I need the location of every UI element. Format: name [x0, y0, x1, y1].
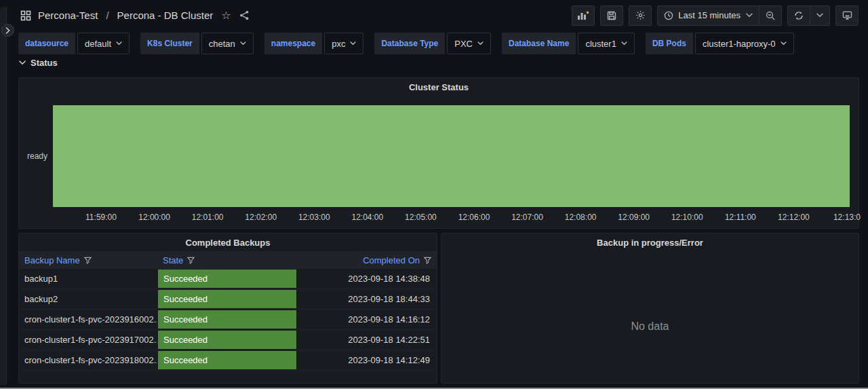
star-icon: ☆ — [221, 10, 231, 21]
share-button[interactable] — [239, 10, 250, 20]
no-data-message: No data — [441, 320, 859, 333]
variable-pill: Database Type PXC — [374, 33, 491, 54]
clock-icon — [664, 11, 673, 20]
y-axis-category-label: ready — [27, 151, 47, 161]
chevron-down-icon — [477, 41, 484, 45]
status-badge-succeeded: Succeeded — [158, 331, 296, 349]
cell-completed-on: 2023-09-18 14:12:49 — [297, 350, 437, 370]
sidebar-expand-toggle[interactable] — [1, 24, 14, 37]
variable-value-dropdown[interactable]: cluster1 — [578, 33, 635, 54]
breadcrumb-dashboard-title[interactable]: Percona - DB Cluster — [117, 10, 214, 21]
panel-title-backup-in-progress[interactable]: Backup in progress/Error — [441, 234, 859, 251]
monitor-icon — [842, 11, 852, 20]
cell-backup-name: cron-cluster1-fs-pvc-2023917002... — [19, 330, 157, 350]
x-axis-tick: 12:02:00 — [245, 212, 277, 222]
variable-value-dropdown[interactable]: default — [77, 33, 130, 54]
cluster-status-panel: Cluster Status ready 11:59:0012:00:0012:… — [18, 77, 859, 229]
table-row: backup2 Succeeded 2023-09-18 18:44:33 — [19, 289, 437, 310]
cell-backup-name: backup1 — [19, 269, 157, 289]
refresh-dashboard-button[interactable] — [787, 5, 810, 26]
table-header-row: Backup Name State Completed On — [19, 251, 437, 269]
variable-value-text: default — [85, 39, 111, 49]
chevron-down-icon — [240, 41, 246, 45]
filter-icon[interactable] — [187, 257, 195, 264]
variable-value-dropdown[interactable]: PXC — [447, 33, 491, 54]
x-axis-tick: 12:09:00 — [618, 212, 650, 222]
chevron-down-icon — [816, 13, 823, 18]
variable-value-dropdown[interactable]: pxc — [324, 33, 363, 54]
chevron-down-icon — [746, 13, 753, 18]
column-header-label: State — [163, 255, 183, 265]
filter-icon[interactable] — [424, 257, 431, 264]
left-dock-strip — [0, 7, 7, 385]
section-title: Status — [31, 58, 58, 68]
variable-value-text: chetan — [209, 39, 235, 49]
chevron-down-icon — [350, 41, 356, 45]
x-axis-tick: 12:05:00 — [405, 212, 437, 222]
filter-icon[interactable] — [84, 257, 92, 264]
zoom-out-icon — [766, 11, 775, 20]
add-panel-button[interactable] — [572, 5, 595, 26]
variable-label: DB Pods — [646, 33, 693, 54]
variable-pill: Database Name cluster1 — [502, 33, 635, 54]
variable-value-dropdown[interactable]: cluster1-haproxy-0 — [695, 33, 794, 54]
kiosk-mode-button[interactable] — [835, 5, 859, 26]
cell-backup-name: cron-cluster1-fs-pvc-2023918002... — [19, 350, 157, 370]
x-axis-tick: 12:12:00 — [778, 212, 810, 222]
variable-label: datasource — [18, 33, 75, 54]
x-axis-tick: 11:59:00 — [85, 212, 117, 222]
cell-state: Succeeded — [157, 330, 297, 350]
cell-state: Succeeded — [157, 289, 297, 309]
table-row: cron-cluster1-fs-pvc-2023917002... Succe… — [19, 330, 437, 350]
cell-backup-name: backup2 — [19, 289, 157, 309]
save-dashboard-button[interactable] — [600, 5, 623, 26]
backup-in-progress-panel: Backup in progress/Error No data — [441, 233, 859, 384]
column-header-state[interactable]: State — [157, 255, 297, 265]
cell-completed-on: 2023-09-18 14:22:51 — [297, 330, 437, 350]
table-body: backup1 Succeeded 2023-09-18 14:38:48 ba… — [19, 269, 437, 371]
refresh-interval-dropdown[interactable] — [810, 5, 830, 26]
column-header-completed-on[interactable]: Completed On — [297, 255, 437, 265]
add-panel-icon — [577, 10, 589, 21]
breadcrumb: Percona-Test / Percona - DB Cluster — [20, 10, 213, 21]
table-row: cron-cluster1-fs-pvc-2023916002... Succe… — [19, 310, 437, 330]
time-picker-group: Last 15 minutes — [657, 5, 782, 26]
column-header-label: Completed On — [363, 255, 420, 265]
share-icon — [239, 10, 250, 20]
x-axis-tick: 12:01:00 — [192, 212, 224, 222]
breadcrumb-folder[interactable]: Percona-Test — [38, 10, 98, 21]
gear-icon — [635, 10, 646, 20]
favorite-star-button[interactable]: ☆ — [221, 10, 231, 21]
x-axis-ticks: 11:59:0012:00:0012:01:0012:02:0012:03:00… — [19, 212, 859, 223]
chevron-down-icon — [621, 41, 627, 45]
x-axis-tick: 12:04:00 — [351, 212, 383, 222]
chevron-right-icon — [5, 27, 10, 34]
table-row: cron-cluster1-fs-pvc-2023918002... Succe… — [19, 350, 437, 371]
variable-pill: namespace pxc — [264, 33, 364, 54]
status-badge-succeeded: Succeeded — [158, 270, 296, 288]
table-row: backup1 Succeeded 2023-09-18 14:38:48 — [19, 269, 437, 289]
chevron-down-icon — [116, 41, 122, 45]
status-badge-succeeded: Succeeded — [158, 351, 296, 369]
x-axis-tick: 12:08:00 — [565, 212, 597, 222]
variable-pill: K8s Cluster chetan — [140, 33, 254, 54]
variables-bar: datasource default K8s Cluster chetan na… — [8, 31, 868, 56]
zoom-out-time-button[interactable] — [760, 5, 782, 26]
x-axis-tick: 12:11:00 — [725, 212, 756, 222]
panel-title-completed-backups[interactable]: Completed Backups — [19, 234, 437, 251]
variable-label: Database Type — [374, 33, 445, 54]
x-axis-tick: 12:06:00 — [458, 212, 490, 222]
chevron-down-icon — [781, 41, 787, 45]
variable-value-dropdown[interactable]: chetan — [201, 33, 254, 54]
variable-label: K8s Cluster — [140, 33, 199, 54]
column-header-backup-name[interactable]: Backup Name — [19, 255, 157, 265]
variable-pill: DB Pods cluster1-haproxy-0 — [646, 33, 794, 54]
refresh-group — [787, 5, 830, 26]
save-icon — [607, 11, 616, 20]
refresh-icon — [794, 11, 804, 20]
apps-grid-icon — [20, 10, 31, 21]
panel-title-cluster-status[interactable]: Cluster Status — [19, 78, 859, 96]
dashboard-settings-button[interactable] — [629, 5, 652, 26]
section-status-toggle[interactable]: Status — [19, 58, 58, 68]
time-range-picker[interactable]: Last 15 minutes — [657, 5, 760, 26]
